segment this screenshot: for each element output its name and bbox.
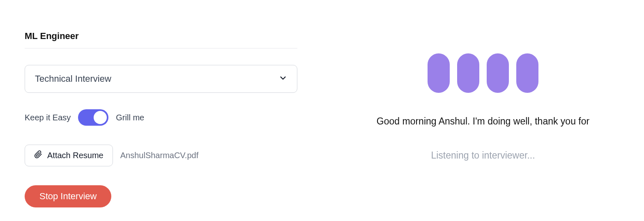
role-title-wrap: ML Engineer (25, 31, 297, 45)
transcript-text: Good morning Anshul. I'm doing well, tha… (360, 116, 606, 127)
attach-row: Attach Resume AnshulSharmaCV.pdf (25, 145, 297, 166)
difficulty-hard-label: Grill me (116, 113, 144, 122)
attach-resume-button[interactable]: Attach Resume (25, 145, 113, 166)
audio-bar (457, 53, 479, 93)
role-title: ML Engineer (25, 31, 297, 45)
toggle-knob (94, 111, 107, 124)
divider (25, 48, 297, 48)
interview-type-select-wrap: Technical Interview (25, 65, 297, 93)
attached-filename: AnshulSharmaCV.pdf (120, 151, 199, 160)
paperclip-icon (34, 150, 42, 161)
difficulty-row: Keep it Easy Grill me (25, 109, 297, 126)
conversation-panel: Good morning Anshul. I'm doing well, tha… (322, 0, 644, 221)
attach-button-label: Attach Resume (47, 151, 104, 160)
audio-visualizer (428, 53, 538, 93)
settings-panel: ML Engineer Technical Interview Keep it … (0, 0, 322, 221)
difficulty-easy-label: Keep it Easy (25, 113, 71, 122)
status-text: Listening to interviewer... (431, 150, 535, 161)
difficulty-toggle[interactable] (78, 109, 108, 126)
audio-bar (487, 53, 509, 93)
stop-interview-button[interactable]: Stop Interview (25, 185, 111, 207)
audio-bar (428, 53, 450, 93)
audio-bar (516, 53, 538, 93)
interview-type-select[interactable]: Technical Interview (25, 65, 297, 93)
